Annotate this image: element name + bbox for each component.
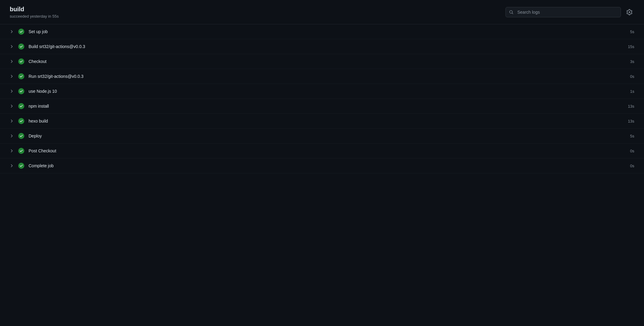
success-status-icon — [18, 148, 24, 154]
step-name: Deploy — [29, 134, 622, 138]
page-subtitle: succeeded yesterday in 55s — [10, 14, 59, 19]
step-row[interactable]: npm install 13s — [0, 99, 644, 114]
header-right — [505, 7, 634, 17]
step-row[interactable]: Checkout 3s — [0, 54, 644, 69]
step-name: Checkout — [29, 59, 622, 64]
step-duration: 1s — [622, 89, 634, 94]
chevron-right-icon — [10, 134, 13, 138]
step-name: Build srt32/git-actions@v0.0.3 — [29, 44, 622, 49]
step-name: Complete job — [29, 163, 622, 168]
success-status-icon — [18, 133, 24, 139]
step-name: npm install — [29, 104, 622, 109]
step-duration: 5s — [622, 29, 634, 34]
step-duration: 3s — [622, 59, 634, 64]
success-status-icon — [18, 43, 24, 50]
chevron-right-icon — [10, 119, 13, 123]
step-row[interactable]: Run srt32/git-actions@v0.0.3 0s — [0, 69, 644, 84]
header: build succeeded yesterday in 55s — [0, 0, 644, 24]
chevron-right-icon — [10, 149, 13, 153]
search-input[interactable] — [505, 7, 621, 17]
step-duration: 5s — [622, 134, 634, 138]
success-status-icon — [18, 73, 24, 79]
step-row[interactable]: Build srt32/git-actions@v0.0.3 15s — [0, 39, 644, 54]
search-icon — [509, 10, 513, 14]
step-name: use Node.js 10 — [29, 89, 622, 94]
step-name: hexo build — [29, 119, 622, 123]
success-status-icon — [18, 88, 24, 94]
step-row[interactable]: use Node.js 10 1s — [0, 84, 644, 99]
success-status-icon — [18, 118, 24, 124]
chevron-right-icon — [10, 164, 13, 168]
step-duration: 13s — [622, 119, 634, 123]
step-name: Run srt32/git-actions@v0.0.3 — [29, 74, 622, 79]
step-duration: 15s — [622, 44, 634, 49]
chevron-right-icon — [10, 45, 13, 48]
step-duration: 0s — [622, 149, 634, 153]
step-name: Post Checkout — [29, 148, 622, 153]
chevron-right-icon — [10, 30, 13, 33]
chevron-right-icon — [10, 104, 13, 108]
success-status-icon — [18, 29, 24, 35]
chevron-right-icon — [10, 89, 13, 93]
step-duration: 0s — [622, 74, 634, 79]
search-container — [505, 7, 621, 17]
success-status-icon — [18, 58, 24, 64]
page-title: build — [10, 5, 59, 13]
step-duration: 13s — [622, 104, 634, 109]
step-row[interactable]: Complete job 0s — [0, 158, 644, 173]
step-row[interactable]: Deploy 5s — [0, 129, 644, 144]
step-row[interactable]: Set up job 5s — [0, 24, 644, 39]
success-status-icon — [18, 103, 24, 109]
success-status-icon — [18, 163, 24, 169]
step-duration: 0s — [622, 164, 634, 168]
page-container: build succeeded yesterday in 55s — [0, 0, 644, 326]
steps-list: Set up job 5s Build srt32/git-actions@v0… — [0, 24, 644, 173]
step-name: Set up job — [29, 29, 622, 34]
step-row[interactable]: hexo build 13s — [0, 114, 644, 129]
chevron-right-icon — [10, 75, 13, 78]
header-left: build succeeded yesterday in 55s — [10, 5, 59, 19]
step-row[interactable]: Post Checkout 0s — [0, 144, 644, 158]
settings-button[interactable] — [625, 7, 634, 17]
chevron-right-icon — [10, 60, 13, 63]
